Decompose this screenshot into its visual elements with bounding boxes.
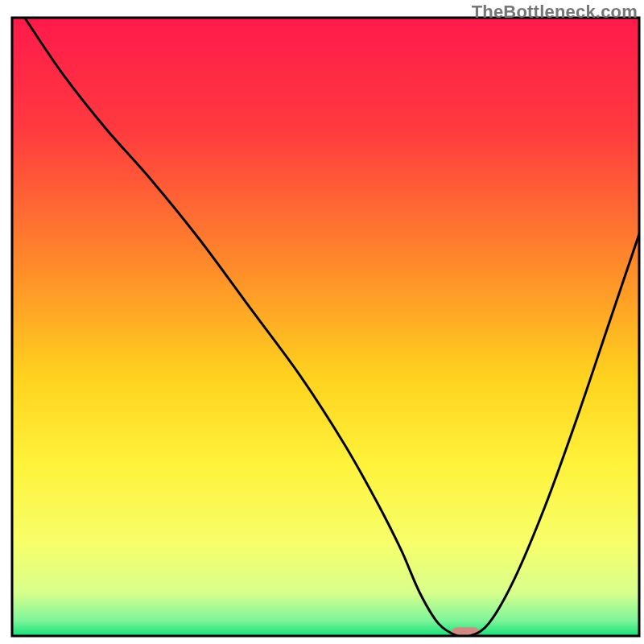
bottleneck-chart [0, 0, 644, 644]
watermark-text: TheBottleneck.com [472, 2, 638, 23]
gradient-background [12, 18, 639, 636]
chart-stage: TheBottleneck.com [0, 0, 644, 644]
